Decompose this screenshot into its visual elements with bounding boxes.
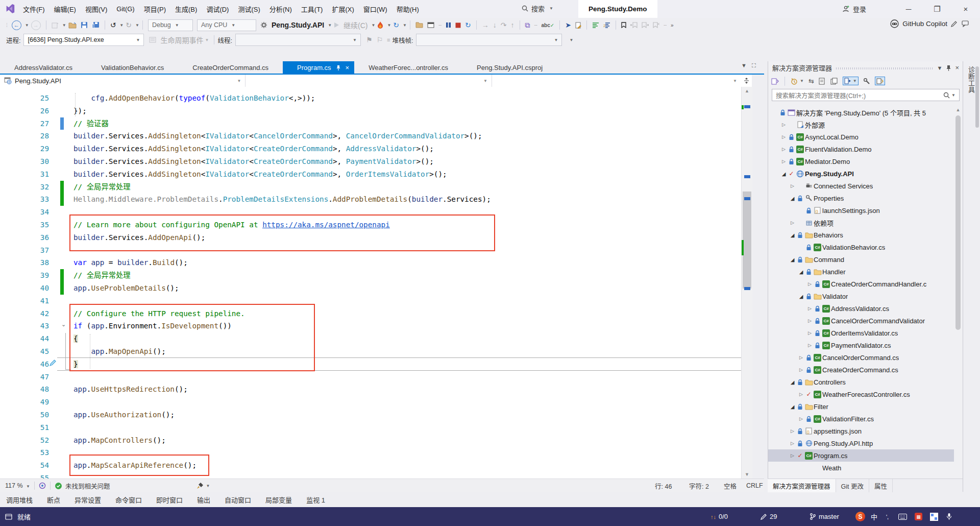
collapsed-arrow-icon[interactable]: ▷	[797, 367, 805, 372]
tree-item-依赖项[interactable]: ▷依赖项	[768, 217, 955, 229]
menu-item[interactable]: 视图(V)	[81, 4, 112, 14]
startup-project-dropdown[interactable]: Peng.Study.API	[272, 21, 324, 29]
tree-item-外部源[interactable]: ▷外部源	[768, 118, 955, 131]
collapsed-arrow-icon[interactable]: ▷	[789, 183, 796, 188]
tab-settings-icon[interactable]: ⛶	[752, 62, 756, 69]
maximize-button[interactable]: ❐	[923, 0, 951, 18]
document-edit-icon[interactable]	[575, 22, 581, 29]
panel-tab-解决方案资源管理器[interactable]: 解决方案资源管理器	[768, 479, 836, 492]
process-dropdown[interactable]: [6636] Peng.Study.API.exe▼	[23, 34, 144, 46]
tool-tab-监视 1[interactable]: 监视 1	[306, 495, 325, 505]
show-next-statement-icon[interactable]: →	[482, 21, 489, 29]
keyboard-icon[interactable]	[898, 507, 907, 526]
solution-search-input[interactable]: 搜索解决方案资源管理器(Ctrl+;) ▼	[772, 89, 960, 101]
tab-AddressValidator.cs[interactable]: AddressValidator.cs	[0, 61, 87, 74]
fold-collapse-icon[interactable]: ⌄	[61, 321, 66, 328]
hot-reload-button[interactable]	[377, 21, 383, 29]
ime-grid-icon[interactable]	[930, 507, 938, 526]
scrollbar-thumb[interactable]	[743, 192, 751, 289]
chevron-down-icon[interactable]: ▼	[403, 23, 407, 28]
menu-item[interactable]: 生成(B)	[170, 4, 202, 14]
tree-item-Command[interactable]: ◢Command	[768, 253, 955, 266]
tab-Program.cs[interactable]: Program.cs×	[283, 61, 354, 74]
expanded-arrow-icon[interactable]: ◢	[789, 232, 796, 238]
tool-tab-局部变量[interactable]: 局部变量	[265, 495, 292, 505]
stack-frame-dropdown[interactable]: ▼	[416, 34, 562, 46]
scroll-up-icon[interactable]: ▲	[954, 107, 962, 112]
tree-item-Filter[interactable]: ◢Filter	[768, 400, 955, 413]
git-branch-button[interactable]: master	[810, 507, 839, 526]
nav-type-dropdown[interactable]: ▼	[246, 75, 492, 87]
collapsed-arrow-icon[interactable]: ▷	[780, 159, 788, 164]
tab-CreateOrderCommand.cs[interactable]: CreateOrderCommand.cs	[178, 61, 283, 74]
interactive-window-icon[interactable]	[592, 22, 599, 28]
problems-status[interactable]: 未找到相关问题	[65, 481, 110, 491]
tree-item-解决方案 'Peng.Study.Demo' (5 个项目, 共 5[interactable]: 解决方案 'Peng.Study.Demo' (5 个项目, 共 5	[768, 106, 955, 118]
tool-tab-即时窗口[interactable]: 即时窗口	[156, 495, 183, 505]
copy-view-icon[interactable]	[830, 78, 838, 85]
tree-item-launchSettings.json[interactable]: {}launchSettings.json	[768, 204, 955, 217]
microphone-icon[interactable]	[946, 507, 952, 526]
tool-tab-断点[interactable]: 断点	[47, 495, 60, 505]
tree-item-Peng.Study.API[interactable]: ◢✓Peng.Study.API	[768, 168, 955, 180]
cursor-col-indicator[interactable]: 字符: 2	[689, 481, 709, 491]
code-editor[interactable]: 2526272829303132333435363738394041424344…	[0, 87, 741, 479]
flag-icon[interactable]: ⚑	[366, 36, 373, 44]
tree-scrollbar[interactable]: ▲	[954, 106, 962, 479]
panel-tab-Git 更改[interactable]: Git 更改	[836, 479, 869, 492]
code-line[interactable]: app.UseProblemDetails();	[74, 282, 179, 295]
chevron-down-icon[interactable]: ▼	[25, 23, 29, 28]
cursor-line-indicator[interactable]: 行: 46	[655, 481, 672, 491]
tree-item-Peng.Study.API.http[interactable]: ▷Peng.Study.API.http	[768, 437, 955, 449]
minimize-button[interactable]: ─	[894, 0, 923, 18]
thread-dropdown[interactable]: ▼	[235, 34, 361, 46]
chevron-down-icon[interactable]: ▼	[62, 23, 66, 28]
diagnostics-tab-label[interactable]: 诊断工具	[968, 66, 976, 93]
tree-item-Validator[interactable]: ◢Validator	[768, 290, 955, 302]
health-indicator-icon[interactable]	[39, 482, 46, 489]
menu-item[interactable]: 分析(N)	[265, 4, 297, 14]
window-layout-icon[interactable]	[427, 22, 434, 28]
tool-tab-输出[interactable]: 输出	[197, 495, 210, 505]
expanded-arrow-icon[interactable]: ◢	[797, 294, 805, 299]
menu-item[interactable]: 窗口(W)	[359, 4, 392, 14]
scroll-up-icon[interactable]: ▲	[742, 88, 752, 93]
spell-check-icon[interactable]: abc✓	[542, 22, 555, 28]
nav-project-dropdown[interactable]: Peng.Study.API ▼	[0, 75, 246, 87]
tree-item-PaymentValidator.cs[interactable]: ▷C#PaymentValidator.cs	[768, 339, 955, 351]
tree-item-appsettings.json[interactable]: ▷{}appsettings.json	[768, 425, 955, 437]
menu-item[interactable]: 测试(S)	[233, 4, 264, 14]
flag-outline-icon[interactable]: ⚐	[376, 36, 383, 44]
start-debug-icon[interactable]	[334, 22, 339, 28]
menu-item[interactable]: 调试(D)	[202, 4, 233, 14]
pending-changes-filter-icon[interactable]: ▼	[791, 78, 804, 85]
tree-item-FluentValidation.Demo[interactable]: ▷C#FluentValidation.Demo	[768, 143, 955, 155]
browse-folder-icon[interactable]	[415, 22, 423, 28]
preview-selected-items-toggle[interactable]	[875, 77, 885, 85]
code-line[interactable]: builder.Services.AddSingleton<IValidator…	[74, 168, 447, 181]
tool-tab-异常设置[interactable]: 异常设置	[75, 495, 101, 505]
menu-item[interactable]: 文件(F)	[18, 4, 50, 14]
tool-tab-命令窗口[interactable]: 命令窗口	[115, 495, 142, 505]
clear-bookmarks-icon[interactable]	[653, 22, 659, 28]
code-line[interactable]: builder.Services.AddSingleton<IValidator…	[74, 142, 434, 155]
pause-button[interactable]	[446, 22, 451, 28]
ime-toolbox-icon[interactable]: ▦	[915, 507, 922, 526]
tree-item-Weath[interactable]: Weath	[768, 462, 955, 474]
collapse-all-icon[interactable]	[819, 78, 826, 85]
tab-WeatherForec...ontroller.cs[interactable]: WeatherForec...ontroller.cs	[354, 61, 462, 74]
code-line[interactable]: // 验证器	[74, 117, 109, 130]
chevron-down-icon[interactable]: ▼	[387, 23, 391, 28]
pending-changes-button[interactable]: 29	[761, 507, 777, 526]
tree-item-CreateOrderCommandHandler.c[interactable]: ▷C#CreateOrderCommandHandler.c	[768, 278, 955, 290]
next-bookmark-icon[interactable]	[642, 22, 649, 28]
navigate-forward-button[interactable]: →	[31, 20, 41, 30]
collapsed-arrow-icon[interactable]: ▷	[806, 343, 814, 348]
tree-item-Connected Services[interactable]: ▷Connected Services	[768, 180, 955, 192]
step-over-icon[interactable]: ↷	[501, 21, 507, 29]
undo-button[interactable]: ↺	[110, 21, 116, 29]
navigate-back-button[interactable]: ←	[12, 20, 21, 30]
prev-bookmark-icon[interactable]	[630, 22, 638, 28]
pin-icon[interactable]	[946, 65, 951, 71]
chevron-down-icon[interactable]: ▼	[135, 23, 139, 28]
